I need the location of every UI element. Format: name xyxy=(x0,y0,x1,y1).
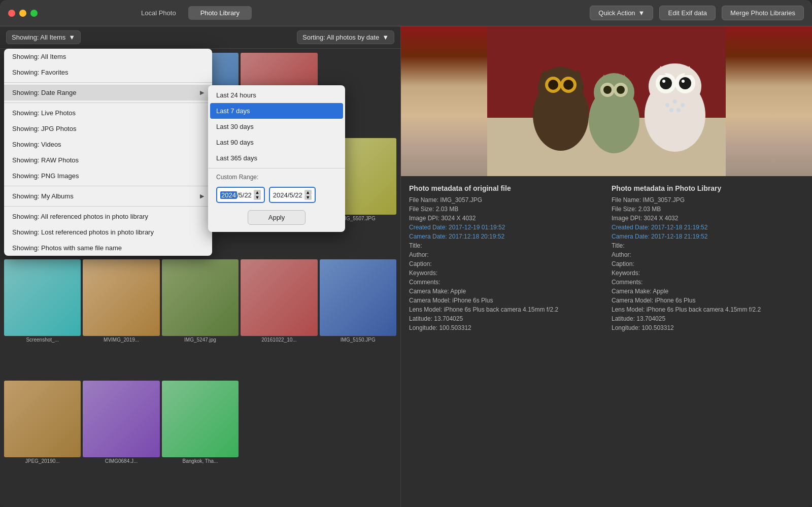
submenu-arrow-icon: ▶ xyxy=(200,89,204,96)
filter-bar: Showing: All Items ▼ Sorting: All photos… xyxy=(0,26,400,49)
title-bar: Local Photo Photo Library Quick Action ▼… xyxy=(0,0,812,26)
start-year-up[interactable]: ▲ xyxy=(254,190,261,195)
meta-longitude-orig: Longitude: 100.503312 xyxy=(409,324,601,331)
menu-item-all-items[interactable]: Showing: All Items xyxy=(4,49,212,64)
photo-label: CIMG0684.J... xyxy=(83,458,159,464)
meta-keywords-lib: Keywords: xyxy=(612,269,804,277)
menu-item-favorites[interactable]: Showing: Favorites xyxy=(4,64,212,80)
svg-point-24 xyxy=(662,80,665,83)
menu-divider xyxy=(4,186,212,186)
showing-dropdown[interactable]: Showing: All Items ▼ xyxy=(6,30,81,44)
showing-menu: Showing: All Items Showing: Favorites Sh… xyxy=(4,49,212,256)
end-year-up[interactable]: ▲ xyxy=(304,190,312,195)
meta-comments-orig: Comments: xyxy=(409,279,601,286)
meta-original-header: Photo metadata of original file xyxy=(409,184,601,192)
photo-label: IMG_5150.JPG xyxy=(320,337,396,343)
photo-item[interactable]: CIMG0684.J... xyxy=(83,381,159,500)
photo-item[interactable]: 20161022_10... xyxy=(241,259,317,379)
tab-local-photo[interactable]: Local Photo xyxy=(129,6,188,20)
menu-item-same-filename[interactable]: Showing: Photos with same file name xyxy=(4,240,212,256)
photo-item[interactable]: Screenshot_... xyxy=(4,259,81,379)
dropdown-arrow-icon: ▼ xyxy=(638,9,645,17)
menu-item-videos[interactable]: Showing: Videos xyxy=(4,137,212,152)
photo-thumb[interactable] xyxy=(4,259,81,336)
menu-item-lost-referenced[interactable]: Showing: Lost referenced photos in photo… xyxy=(4,224,212,240)
menu-item-live-photos[interactable]: Showing: Live Photos xyxy=(4,105,212,121)
start-year-down[interactable]: ▼ xyxy=(254,195,261,200)
meta-caption-orig: Caption: xyxy=(409,260,601,267)
photo-item[interactable]: MVIMG_2019... xyxy=(83,259,159,379)
svg-point-23 xyxy=(679,77,691,89)
photo-thumb[interactable] xyxy=(162,381,239,457)
svg-point-6 xyxy=(548,80,558,90)
meta-lens-model-orig: Lens Model: iPhone 6s Plus back camera 4… xyxy=(409,306,601,313)
photo-thumb[interactable] xyxy=(162,259,239,336)
submenu-divider xyxy=(208,168,345,168)
left-panel: Showing: All Items ▼ Sorting: All photos… xyxy=(0,26,401,507)
close-button[interactable] xyxy=(8,10,15,17)
photo-label: IMG_5247.jpg xyxy=(162,337,239,343)
date-range-label: Showing: Date Range xyxy=(12,89,76,96)
svg-point-15 xyxy=(617,86,625,94)
apply-button[interactable]: Apply xyxy=(248,210,306,225)
meta-camera-date-orig: Camera Date: 2017:12:18 20:19:52 xyxy=(409,233,601,240)
photo-item[interactable]: IMG_5247.jpg xyxy=(162,259,239,379)
tab-photo-library[interactable]: Photo Library xyxy=(188,6,252,20)
photo-thumb[interactable] xyxy=(4,381,81,457)
meta-camera-date-lib: Camera Date: 2017-12-18 21:19:52 xyxy=(612,233,804,240)
preview-image xyxy=(401,26,812,176)
svg-point-14 xyxy=(603,86,612,94)
maximize-button[interactable] xyxy=(30,10,38,17)
right-panel: Photo metadata of original file File Nam… xyxy=(401,26,812,507)
meta-title-lib: Title: xyxy=(612,242,804,249)
edit-exif-button[interactable]: Edit Exif data xyxy=(659,6,716,20)
end-month-day: 5/22 xyxy=(289,191,302,199)
photo-thumb[interactable] xyxy=(320,259,396,336)
photo-thumb[interactable] xyxy=(83,259,159,336)
submenu-item-7d[interactable]: Last 7 days xyxy=(210,103,343,119)
menu-item-all-referenced[interactable]: Showing: All referenced photos in photo … xyxy=(4,209,212,224)
photo-label: Screenshot_... xyxy=(4,337,81,343)
start-date-input[interactable]: 2024 / 5/22 ▲ ▼ xyxy=(216,187,265,203)
minimize-button[interactable] xyxy=(19,10,26,17)
meta-camera-model-lib: Camera Model: iPhone 6s Plus xyxy=(612,297,804,304)
menu-item-my-albums[interactable]: Showing: My Albums ▶ xyxy=(4,188,212,204)
svg-point-32 xyxy=(676,108,681,112)
menu-item-jpg-photos[interactable]: Showing: JPG Photos xyxy=(4,121,212,137)
submenu-item-24h[interactable]: Last 24 hours xyxy=(208,87,345,103)
photo-thumb[interactable] xyxy=(83,381,159,457)
sorting-dropdown[interactable]: Sorting: All photos by date ▼ xyxy=(297,30,394,44)
svg-point-28 xyxy=(665,103,669,107)
menu-divider xyxy=(4,206,212,207)
photo-item[interactable]: Bangkok, Tha... xyxy=(162,381,239,500)
meta-file-size-lib: File Size: 2.03 MB xyxy=(612,206,804,213)
start-date-spinner[interactable]: ▲ ▼ xyxy=(254,190,261,200)
menu-item-png-images[interactable]: Showing: PNG Images xyxy=(4,168,212,184)
sorting-label: Sorting: All photos by date xyxy=(302,33,379,41)
menu-item-raw-photos[interactable]: Showing: RAW Photos xyxy=(4,152,212,168)
merge-libraries-button[interactable]: Merge Photo Libraries xyxy=(722,6,804,20)
meta-keywords-orig: Keywords: xyxy=(409,269,601,277)
quick-action-button[interactable]: Quick Action ▼ xyxy=(590,6,653,20)
sorting-arrow-icon: ▼ xyxy=(382,33,389,41)
metadata-area: Photo metadata of original file File Nam… xyxy=(401,176,812,507)
toolbar-right: Quick Action ▼ Edit Exif data Merge Phot… xyxy=(590,6,804,20)
meta-camera-make-lib: Camera Make: Apple xyxy=(612,288,804,295)
submenu-item-365d[interactable]: Last 365 days xyxy=(208,150,345,166)
end-date-spinner[interactable]: ▲ ▼ xyxy=(304,190,312,200)
end-year-down[interactable]: ▼ xyxy=(304,195,312,200)
main-area: Showing: All Items ▼ Sorting: All photos… xyxy=(0,26,812,507)
menu-item-date-range[interactable]: Showing: Date Range ▶ xyxy=(4,85,212,100)
end-date-input[interactable]: 2024 / 5/22 ▲ ▼ xyxy=(269,187,316,203)
submenu-item-30d[interactable]: Last 30 days xyxy=(208,119,345,134)
photo-item[interactable]: JPEG_20190... xyxy=(4,381,81,500)
meta-title-orig: Title: xyxy=(409,242,601,249)
photo-item[interactable]: IMG_5150.JPG xyxy=(320,259,396,379)
submenu-item-90d[interactable]: Last 90 days xyxy=(208,134,345,150)
svg-point-30 xyxy=(681,103,685,107)
metadata-library-col: Photo metadata in Photo Library File Nam… xyxy=(612,184,804,499)
start-month-day: 5/22 xyxy=(239,191,252,199)
meta-file-name-lib: File Name: IMG_3057.JPG xyxy=(612,196,804,204)
photo-thumb[interactable] xyxy=(241,259,317,336)
start-year[interactable]: 2024 xyxy=(220,191,237,199)
